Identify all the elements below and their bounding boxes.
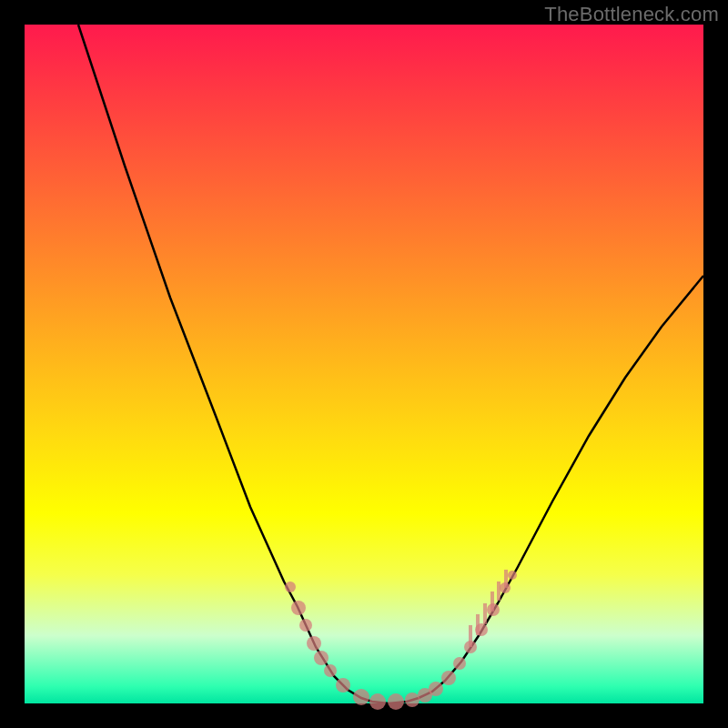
marker-dot <box>429 682 443 696</box>
marker-dot <box>324 664 337 677</box>
marker-dot <box>291 601 306 615</box>
marker-dot <box>441 671 456 685</box>
marker-dot <box>405 693 420 707</box>
marker-dot <box>314 651 329 665</box>
marker-dot <box>487 603 500 616</box>
gradient-plot-area <box>25 25 703 703</box>
marker-dot <box>307 636 321 651</box>
watermark-label: TheBottleneck.com <box>544 3 719 26</box>
marker-dot <box>299 619 312 632</box>
marker-dot <box>336 678 350 693</box>
marker-dots <box>285 571 517 710</box>
marker-dot <box>285 581 296 592</box>
marker-dot <box>464 641 477 653</box>
bottleneck-curve-svg <box>25 25 703 703</box>
marker-dot <box>369 693 386 710</box>
marker-dot <box>353 689 369 705</box>
marker-dot <box>475 623 488 636</box>
marker-dot <box>388 693 404 710</box>
marker-dot <box>508 571 517 580</box>
marker-dot <box>500 582 511 593</box>
marker-dot <box>453 657 466 670</box>
bottleneck-curve <box>78 25 703 703</box>
